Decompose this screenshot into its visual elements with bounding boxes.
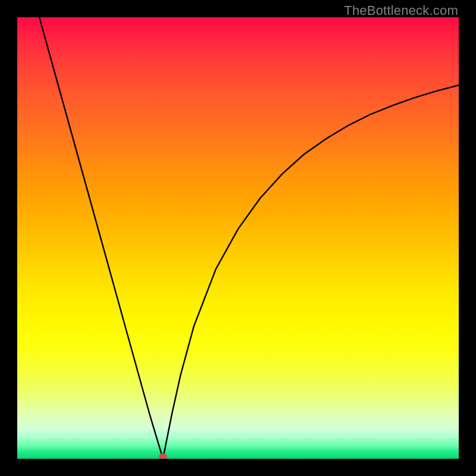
minimum-marker	[159, 453, 167, 459]
curve-left-branch	[39, 17, 163, 459]
curve-right-branch	[163, 85, 459, 459]
chart-svg	[17, 17, 459, 459]
watermark-text: TheBottleneck.com	[344, 3, 458, 18]
chart-frame: TheBottleneck.com	[0, 0, 476, 476]
plot-area	[17, 17, 459, 459]
